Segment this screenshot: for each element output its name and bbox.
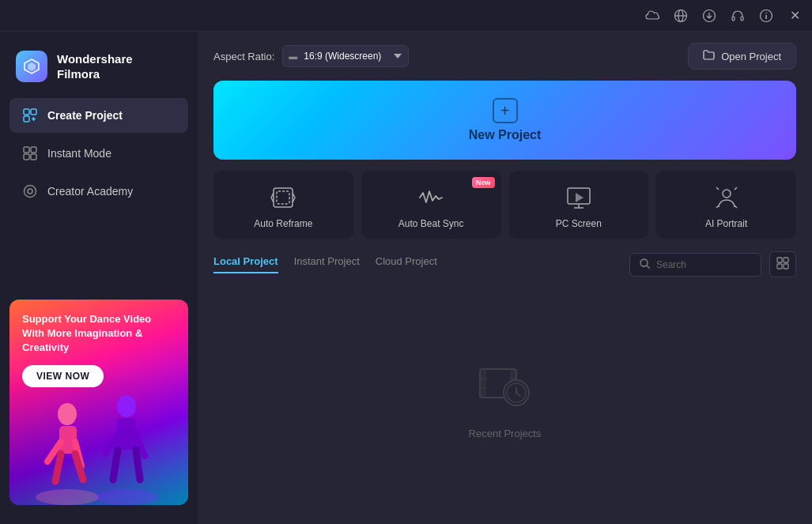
tabs-right: [629, 251, 796, 277]
svg-rect-5: [732, 17, 735, 21]
svg-point-61: [515, 391, 517, 394]
svg-rect-38: [277, 191, 289, 204]
svg-rect-46: [777, 258, 782, 262]
instant-mode-icon: [22, 145, 38, 161]
auto-reframe-label: Auto Reframe: [254, 218, 312, 229]
new-project-section: + New Project: [198, 81, 812, 160]
tab-instant-project[interactable]: Instant Project: [294, 255, 360, 273]
svg-rect-17: [24, 147, 29, 153]
new-project-label: New Project: [469, 128, 542, 142]
auto-reframe-icon: [269, 183, 297, 212]
search-input[interactable]: [656, 259, 751, 270]
download-icon[interactable]: [701, 8, 717, 24]
app-container: Wondershare Filmora Create Project: [0, 32, 812, 524]
sidebar-item-create-project[interactable]: Create Project: [9, 98, 188, 133]
close-button[interactable]: ✕: [787, 8, 803, 24]
svg-line-34: [136, 450, 140, 480]
search-box: [629, 253, 761, 277]
tabs-list: Local Project Instant Project Cloud Proj…: [213, 255, 437, 273]
svg-rect-6: [741, 17, 743, 21]
auto-beat-sync-icon: [417, 183, 445, 212]
empty-label: Recent Projects: [469, 428, 542, 439]
pc-screen-icon: [565, 183, 593, 212]
empty-state: Recent Projects: [213, 290, 796, 524]
svg-rect-47: [784, 258, 788, 262]
svg-point-36: [95, 489, 158, 505]
aspect-ratio-select[interactable]: 16:9 (Widescreen) 9:16 (Portrait) 1:1 (S…: [282, 45, 409, 67]
grid-view-button[interactable]: [769, 251, 796, 277]
pc-screen-label: PC Screen: [556, 218, 602, 229]
svg-point-43: [723, 190, 731, 198]
sidebar-nav: Create Project Instant Mode: [0, 98, 198, 209]
promo-view-now-button[interactable]: VIEW NOW: [22, 365, 104, 387]
tabs-section: Local Project Instant Project Cloud Proj…: [198, 251, 812, 524]
globe-icon[interactable]: [673, 8, 689, 24]
svg-rect-14: [24, 116, 29, 122]
tabs-row: Local Project Instant Project Cloud Proj…: [213, 251, 796, 277]
svg-rect-48: [777, 264, 782, 269]
headphones-icon[interactable]: [730, 8, 746, 24]
svg-point-35: [36, 489, 99, 505]
app-logo-text: Wondershare Filmora: [57, 51, 133, 82]
new-project-button[interactable]: + New Project: [213, 81, 796, 160]
svg-rect-49: [784, 264, 788, 269]
instant-mode-label: Instant Mode: [47, 147, 111, 160]
svg-rect-12: [24, 109, 29, 115]
tab-local-project[interactable]: Local Project: [213, 255, 278, 273]
svg-point-22: [28, 189, 32, 194]
svg-point-21: [25, 186, 36, 198]
svg-marker-11: [28, 62, 36, 71]
folder-icon: [703, 50, 715, 62]
creator-academy-icon: [22, 183, 38, 199]
svg-rect-51: [480, 369, 486, 398]
feature-cards: Auto Reframe New Auto Beat Sync: [198, 171, 812, 239]
feature-card-ai-portrait[interactable]: AI Portrait: [656, 171, 796, 239]
sidebar-item-creator-academy[interactable]: Creator Academy: [9, 174, 188, 209]
aspect-ratio-label: Aspect Ratio:: [213, 51, 274, 62]
auto-beat-sync-label: Auto Beat Sync: [398, 218, 464, 229]
sidebar: Wondershare Filmora Create Project: [0, 32, 198, 524]
svg-point-9: [765, 12, 767, 13]
logo-section: Wondershare Filmora: [0, 41, 198, 98]
feature-card-auto-reframe[interactable]: Auto Reframe: [213, 171, 353, 239]
app-logo-icon: [16, 51, 47, 82]
recent-projects-icon: [474, 352, 537, 415]
svg-rect-20: [31, 154, 36, 160]
search-icon: [640, 258, 650, 271]
new-project-plus-icon: +: [493, 98, 518, 123]
svg-line-33: [113, 450, 118, 480]
aspect-ratio-section: Aspect Ratio: ▬ 16:9 (Widescreen) 9:16 (…: [213, 45, 409, 67]
svg-line-45: [647, 266, 650, 269]
promo-content: Support Your Dance Video With More Imagi…: [9, 300, 188, 400]
sidebar-item-instant-mode[interactable]: Instant Mode: [9, 136, 188, 171]
svg-point-23: [58, 403, 77, 425]
title-bar: ✕: [0, 0, 812, 32]
create-project-icon: [22, 107, 38, 123]
info-icon[interactable]: [758, 8, 774, 24]
tab-cloud-project[interactable]: Cloud Project: [376, 255, 437, 273]
svg-rect-19: [24, 154, 29, 160]
ai-portrait-label: AI Portrait: [705, 218, 747, 229]
svg-marker-42: [576, 193, 584, 202]
svg-point-44: [640, 259, 648, 266]
new-badge: New: [472, 177, 495, 188]
feature-card-pc-screen[interactable]: PC Screen: [509, 171, 649, 239]
open-project-button[interactable]: Open Project: [688, 43, 796, 70]
main-content: Aspect Ratio: ▬ 16:9 (Widescreen) 9:16 (…: [198, 32, 812, 524]
open-project-label: Open Project: [721, 51, 781, 62]
top-bar: Aspect Ratio: ▬ 16:9 (Widescreen) 9:16 (…: [198, 32, 812, 81]
promo-text: Support Your Dance Video With More Imagi…: [22, 312, 176, 356]
promo-banner[interactable]: Support Your Dance Video With More Imagi…: [9, 300, 188, 505]
svg-line-27: [55, 454, 61, 481]
feature-card-auto-beat-sync[interactable]: New Auto Beat Sync: [361, 171, 501, 239]
svg-rect-13: [31, 109, 36, 115]
creator-academy-label: Creator Academy: [47, 185, 133, 198]
create-project-label: Create Project: [47, 109, 123, 122]
ai-portrait-icon: [712, 183, 741, 212]
svg-rect-18: [31, 147, 36, 153]
cloud-icon[interactable]: [644, 8, 660, 24]
